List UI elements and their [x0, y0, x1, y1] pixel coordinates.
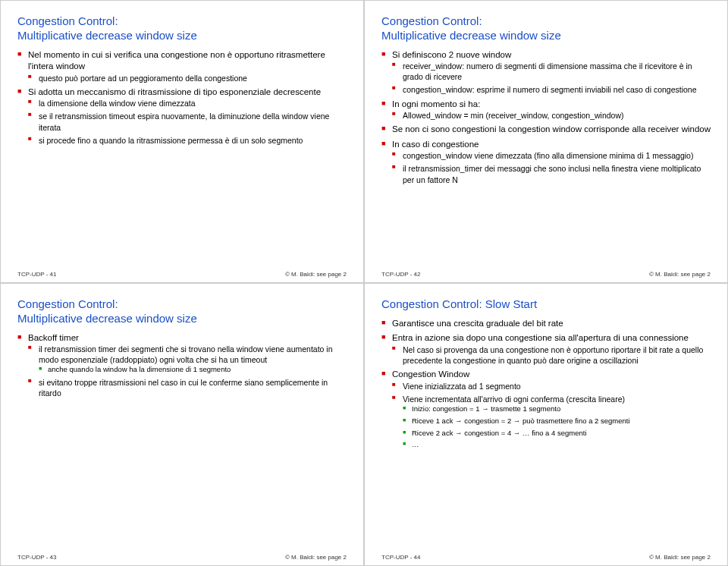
list-item: …: [403, 440, 711, 450]
list-item: anche quando la window ha la dimensione …: [39, 365, 347, 375]
list-item: Entra in azione sia dopo una congestione…: [381, 332, 711, 366]
slide-footer: TCP-UDP - 42 © M. Baldi: see page 2: [381, 271, 711, 278]
item-text: se il retransmission timeout espira nuov…: [39, 112, 329, 131]
list-item: Nel caso si provenga da una congestione …: [392, 344, 711, 366]
list-item: si procede fino a quando la ritrasmissio…: [28, 135, 347, 146]
slide-footer: TCP-UDP - 43 © M. Baldi: see page 2: [17, 554, 347, 561]
item-text: In caso di congestione: [392, 140, 479, 149]
item-text: Si adotta un meccanismo di ritrasmission…: [28, 87, 321, 96]
item-text: Se non ci sono congestioni la congestion…: [392, 124, 711, 134]
footer-right: © M. Baldi: see page 2: [649, 554, 711, 561]
list-item: Allowed_window = min (receiver_window, c…: [392, 110, 711, 121]
list-item: Backoff timer il retransmission timer de…: [17, 332, 347, 399]
item-text: Viene incrementata all'arrivo di ogni co…: [403, 395, 625, 404]
list-item: il retransmission timer dei segmenti che…: [28, 344, 347, 375]
list-item: Si adotta un meccanismo di ritrasmission…: [17, 86, 347, 146]
list-item: Garantisce una crescita graduale del bit…: [381, 318, 711, 330]
slide-footer: TCP-UDP - 41 © M. Baldi: see page 2: [17, 271, 347, 278]
item-text: Si definiscono 2 nuove window: [392, 50, 511, 59]
footer-left: TCP-UDP - 44: [381, 554, 420, 561]
footer-right: © M. Baldi: see page 2: [649, 271, 711, 278]
list-item: Viene inizializzata ad 1 segmento: [392, 381, 711, 391]
bullet-list: Si definiscono 2 nuove window receiver_w…: [381, 49, 711, 185]
list-item: In caso di congestione congestion_window…: [381, 139, 711, 185]
item-text: il retransmission_timer dei messaggi che…: [403, 164, 701, 184]
list-item: questo può portare ad un peggioramento d…: [28, 73, 347, 83]
bullet-list: Garantisce una crescita graduale del bit…: [381, 318, 711, 450]
list-item: congestion_window viene dimezzata (fino …: [392, 150, 711, 161]
item-text: Riceve 1 ack → congestion = 2 → può tras…: [412, 417, 630, 425]
list-item: Congestion Window Viene inizializzata ad…: [381, 369, 711, 450]
item-text: Backoff timer: [28, 333, 79, 342]
footer-left: TCP-UDP - 43: [17, 554, 56, 561]
list-item: receiver_window: numero di segmenti di d…: [392, 61, 711, 82]
slide-title: Congestion Control:Multiplicative decrea…: [381, 14, 711, 43]
item-text: la dimensione della window viene dimezza…: [39, 99, 196, 108]
list-item: Riceve 2 ack → congestion = 4 → … fino a…: [403, 429, 711, 439]
item-text: congestion_window viene dimezzata (fino …: [403, 151, 693, 160]
list-item: Nel momento in cui si verifica una conge…: [17, 49, 347, 83]
list-item: Riceve 1 ack → congestion = 2 → può tras…: [403, 417, 711, 426]
item-text: si evitano troppe ritrasmissioni nel cas…: [39, 378, 328, 398]
slide-41: Congestion Control:Multiplicative decrea…: [0, 0, 364, 283]
list-item: Viene incrementata all'arrivo di ogni co…: [392, 394, 711, 450]
list-item: si evitano troppe ritrasmissioni nel cas…: [28, 377, 347, 398]
list-item: Inizio: congestion = 1 → trasmette 1 seg…: [403, 404, 711, 414]
slide-44: Congestion Control: Slow Start Garantisc…: [364, 283, 728, 566]
slides-grid: Congestion Control:Multiplicative decrea…: [0, 0, 728, 566]
item-text: Entra in azione sia dopo una congestione…: [392, 333, 689, 342]
item-text: …: [412, 440, 419, 448]
item-text: si procede fino a quando la ritrasmissio…: [39, 136, 303, 145]
list-item: se il retransmission timeout espira nuov…: [28, 111, 347, 132]
item-text: In ogni momento si ha:: [392, 99, 480, 108]
list-item: Si definiscono 2 nuove window receiver_w…: [381, 49, 711, 96]
bullet-list: Nel momento in cui si verifica una conge…: [17, 49, 347, 146]
bullet-list: Backoff timer il retransmission timer de…: [17, 332, 347, 399]
item-text: il retransmission timer dei segmenti che…: [39, 344, 333, 364]
item-text: Garantisce una crescita graduale del bit…: [392, 319, 563, 328]
slide-title: Congestion Control: Slow Start: [381, 297, 711, 312]
item-text: Allowed_window = min (receiver_window, c…: [403, 111, 624, 120]
item-text: Nel momento in cui si verifica una conge…: [28, 50, 325, 71]
item-text: Viene inizializzata ad 1 segmento: [403, 382, 521, 391]
item-text: Nel caso si provenga da una congestione …: [403, 345, 703, 365]
item-text: anche quando la window ha la dimensione …: [48, 365, 231, 373]
item-text: Riceve 2 ack → congestion = 4 → … fino a…: [412, 429, 587, 437]
item-text: questo può portare ad un peggioramento d…: [39, 74, 247, 83]
slide-title: Congestion Control:Multiplicative decrea…: [17, 297, 347, 326]
slide-42: Congestion Control:Multiplicative decrea…: [364, 0, 728, 283]
list-item: Se non ci sono congestioni la congestion…: [381, 124, 711, 136]
item-text: Inizio: congestion = 1 → trasmette 1 seg…: [412, 404, 560, 413]
slide-footer: TCP-UDP - 44 © M. Baldi: see page 2: [381, 554, 711, 561]
footer-left: TCP-UDP - 42: [381, 271, 420, 278]
list-item: congestion_window: esprime il numero di …: [392, 84, 711, 95]
footer-right: © M. Baldi: see page 2: [285, 271, 347, 278]
list-item: In ogni momento si ha: Allowed_window = …: [381, 99, 711, 121]
item-text: receiver_window: numero di segmenti di d…: [403, 61, 692, 81]
item-text: congestion_window: esprime il numero di …: [403, 85, 697, 94]
footer-right: © M. Baldi: see page 2: [285, 554, 347, 561]
slide-title: Congestion Control:Multiplicative decrea…: [17, 14, 347, 43]
item-text: Congestion Window: [392, 369, 469, 379]
list-item: il retransmission_timer dei messaggi che…: [392, 163, 711, 184]
footer-left: TCP-UDP - 41: [17, 271, 56, 278]
list-item: la dimensione della window viene dimezza…: [28, 98, 347, 108]
slide-43: Congestion Control:Multiplicative decrea…: [0, 283, 364, 566]
